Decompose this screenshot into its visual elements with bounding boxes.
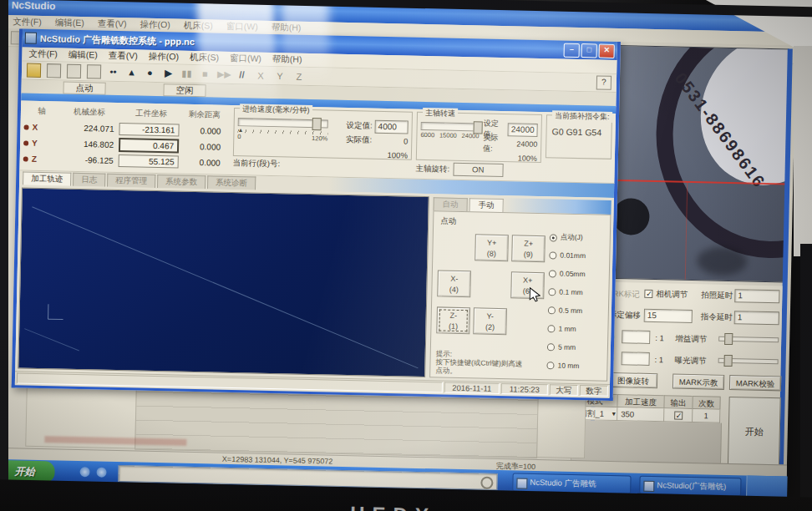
- menu-operate[interactable]: 操作(O): [149, 51, 179, 63]
- x-remain: 0.000: [182, 126, 226, 136]
- radio-icon[interactable]: [549, 270, 556, 277]
- minimize-button[interactable]: –: [564, 43, 580, 57]
- z-work-coord[interactable]: 55.125: [119, 154, 179, 169]
- stop-icon[interactable]: ■: [199, 68, 211, 80]
- exposure-slider[interactable]: [718, 355, 779, 367]
- step-option-1[interactable]: 1 mm: [547, 324, 601, 333]
- gain-slider[interactable]: [718, 333, 779, 345]
- tab-log[interactable]: 日志: [73, 173, 105, 187]
- gain-slider-thumb[interactable]: [724, 333, 733, 345]
- spindle-on-button[interactable]: ON: [453, 163, 503, 177]
- maximize-button[interactable]: □: [581, 43, 597, 58]
- mark-verify-button[interactable]: MARK校验: [729, 375, 781, 391]
- bg-menu-view[interactable]: 查看(V): [98, 18, 127, 30]
- spindle-slider-thumb[interactable]: [474, 121, 483, 134]
- mark-teach-button[interactable]: MARK示教: [672, 374, 724, 390]
- job-count-cell[interactable]: 1: [692, 409, 720, 423]
- image-rotate-button[interactable]: 图像旋转: [609, 372, 657, 388]
- camera-view[interactable]: 0531-88698616: [604, 45, 789, 283]
- tool-icon-1[interactable]: ••: [107, 66, 119, 78]
- radio-icon[interactable]: [546, 362, 554, 369]
- step-option-10[interactable]: 10 mm: [546, 361, 600, 370]
- resume-icon[interactable]: ▶▶: [217, 68, 230, 81]
- step-option-01[interactable]: 0.1 mm: [548, 287, 601, 296]
- jog-z-plus-button[interactable]: Z+ (9): [511, 235, 546, 262]
- x-axis-button[interactable]: X: [254, 70, 267, 80]
- help-button[interactable]: ?: [596, 75, 612, 89]
- spindle-slider[interactable]: [421, 120, 480, 133]
- step-option-001[interactable]: 0.01mm: [549, 250, 602, 260]
- radio-icon[interactable]: [549, 251, 556, 259]
- tab-system-params[interactable]: 系统参数: [157, 175, 206, 189]
- jog-y-minus-button[interactable]: Y- (2): [473, 307, 507, 335]
- tab-manual[interactable]: 手动: [469, 198, 503, 212]
- feed-slider[interactable]: [238, 116, 328, 129]
- taskbar-address-band[interactable]: [118, 465, 497, 490]
- bg-menu-operate[interactable]: 操作(O): [140, 19, 170, 32]
- exposure-slider-thumb[interactable]: [724, 355, 733, 367]
- menu-window[interactable]: 窗口(W): [230, 53, 261, 65]
- open-file-icon[interactable]: [27, 63, 41, 78]
- spindle-set-input[interactable]: 24000: [508, 123, 538, 137]
- y-axis-button[interactable]: Y: [273, 71, 287, 81]
- monitor-icon[interactable]: [87, 64, 101, 78]
- exposure-input[interactable]: [622, 352, 650, 366]
- x-work-coord[interactable]: -213.161: [119, 123, 179, 137]
- tool-icon-3[interactable]: ●: [144, 67, 156, 79]
- z-axis-button[interactable]: Z: [292, 71, 306, 81]
- simulate-icon[interactable]: //: [236, 68, 248, 81]
- taskbar-item-ncstudio-2[interactable]: NcStudio(广告雕铣): [639, 476, 741, 497]
- taskbar-item-ncstudio-1[interactable]: NcStudio 广告雕铣: [512, 473, 631, 493]
- quick-launch-icon-2[interactable]: [96, 468, 106, 478]
- step-option-05[interactable]: 0.5 mm: [548, 306, 601, 315]
- calib-offset-input[interactable]: 15: [644, 309, 693, 323]
- menu-file[interactable]: 文件(F): [28, 48, 58, 61]
- pause-icon[interactable]: ▮▮: [180, 68, 193, 80]
- camera-adjust-checkbox[interactable]: [644, 290, 652, 298]
- preview-icon[interactable]: [47, 63, 61, 78]
- tool-icon-2[interactable]: ▲: [125, 66, 138, 78]
- start-program-icon[interactable]: ▶: [162, 67, 175, 79]
- y-work-coord[interactable]: 0.467: [119, 138, 179, 154]
- step-option-jog[interactable]: 点动(J): [550, 232, 603, 243]
- step-option-5[interactable]: 5 mm: [547, 342, 601, 352]
- bg-menu-help[interactable]: 帮助(H): [272, 22, 302, 34]
- trajectory-canvas[interactable]: [18, 187, 429, 377]
- bg-menu-edit[interactable]: 编辑(E): [55, 17, 84, 29]
- menu-help[interactable]: 帮助(H): [272, 53, 302, 66]
- radio-icon[interactable]: [550, 234, 557, 241]
- jog-x-minus-button[interactable]: X- (4): [437, 270, 471, 297]
- ncstudio-app-icon: [516, 478, 527, 488]
- photo-delay-input[interactable]: 1: [734, 289, 779, 303]
- radio-icon[interactable]: [548, 288, 556, 296]
- job-output-cell[interactable]: [663, 408, 692, 422]
- feed-set-input[interactable]: 4000: [375, 119, 409, 134]
- job-speed-cell[interactable]: 350: [617, 407, 663, 422]
- tab-program-manager[interactable]: 程序管理: [107, 174, 155, 188]
- quick-launch-icon-1[interactable]: [79, 467, 89, 477]
- radio-icon[interactable]: [548, 306, 556, 314]
- jog-z-minus-button[interactable]: Z- (1): [436, 306, 470, 334]
- start-button[interactable]: 开始: [728, 397, 781, 466]
- tab-auto[interactable]: 自动: [433, 197, 467, 211]
- job-output-checkbox[interactable]: [674, 412, 683, 420]
- radio-icon[interactable]: [547, 343, 555, 351]
- menu-view[interactable]: 查看(V): [109, 50, 138, 63]
- close-button[interactable]: ✕: [599, 43, 615, 58]
- step-option-005[interactable]: 0.05mm: [549, 269, 602, 278]
- radio-icon[interactable]: [547, 325, 555, 332]
- step-label: 0.01mm: [560, 251, 586, 261]
- menu-machine[interactable]: 机床(S): [190, 52, 219, 64]
- menu-edit[interactable]: 编辑(E): [69, 49, 98, 62]
- bg-menu-window[interactable]: 窗口(W): [226, 21, 258, 33]
- start-menu-button[interactable]: 开始: [0, 460, 55, 483]
- bg-menu-machine[interactable]: 机床(S): [184, 20, 213, 33]
- gain-input[interactable]: [622, 330, 650, 344]
- jog-y-plus-button[interactable]: Y+ (8): [475, 234, 509, 261]
- bg-menu-file[interactable]: 文件(F): [13, 16, 42, 28]
- cmd-delay-input[interactable]: 1: [734, 311, 779, 325]
- tab-trajectory[interactable]: 加工轨迹: [23, 172, 71, 186]
- frame-icon[interactable]: [67, 64, 81, 78]
- feed-slider-thumb[interactable]: [312, 118, 321, 130]
- tab-diagnostics[interactable]: 系统诊断: [207, 175, 256, 190]
